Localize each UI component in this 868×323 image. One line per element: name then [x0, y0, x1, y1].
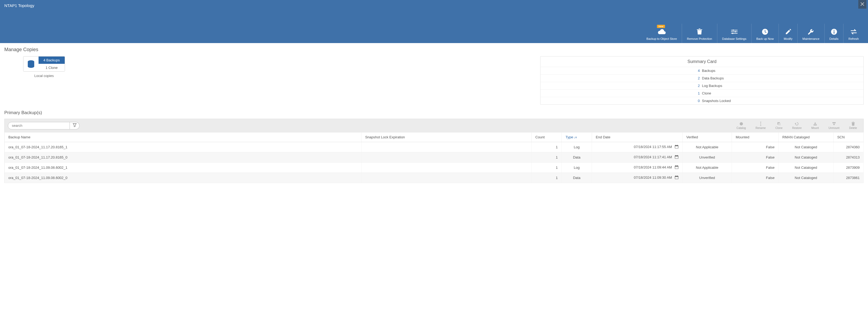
summary-count: 4 [540, 69, 702, 73]
cell-end: 07/18/2024 11:09:44 AM [592, 163, 682, 173]
table-row[interactable]: ora_01_07-18-2024_11.17.20.8165_11Log07/… [5, 142, 864, 152]
svg-rect-19 [676, 155, 676, 156]
action-label: Catalog [737, 127, 746, 130]
col-cataloged[interactable]: RMAN Cataloged [778, 133, 834, 142]
clone-pill[interactable]: 1 Clone [38, 64, 65, 71]
close-icon[interactable] [858, 0, 866, 9]
clone-button[interactable]: Clone [776, 122, 782, 130]
database-settings-button[interactable]: Database Settings [717, 24, 751, 43]
calendar-icon [675, 165, 679, 170]
summary-row[interactable]: 0Snapshots Locked [540, 97, 863, 104]
local-copies-block: 4 Backups 1 Clone Local copies [23, 56, 65, 78]
cell-type: Log [561, 142, 592, 152]
wrench-icon [808, 28, 814, 36]
pencil-icon [785, 28, 791, 36]
cell-scn: 2874313 [833, 152, 863, 163]
col-backup-name[interactable]: Backup Name [5, 133, 362, 142]
table-header-row: Backup Name Snapshot Lock Expiration Cou… [5, 133, 864, 142]
details-button[interactable]: Details [824, 24, 843, 43]
summary-label: Log Backups [702, 84, 863, 88]
cell-type: Data [561, 152, 592, 163]
filter-icon [73, 123, 76, 128]
remove-protection-button[interactable]: Remove Protection [682, 24, 717, 43]
col-verified[interactable]: Verified [682, 133, 732, 142]
summary-label: Snapshots Locked [702, 99, 863, 103]
svg-rect-26 [675, 176, 678, 177]
summary-row[interactable]: 4Backups [540, 67, 863, 75]
cell-snap [361, 142, 531, 152]
table-row[interactable]: ora_01_07-18-2024_11.09.08.6002_01Data07… [5, 173, 864, 183]
database-icon [24, 57, 38, 71]
restore-button[interactable]: Restore [792, 122, 802, 130]
toolbar-label: Back up Now [756, 37, 774, 40]
svg-rect-23 [676, 165, 676, 166]
summary-count: 2 [540, 76, 702, 80]
col-count[interactable]: Count [531, 133, 561, 142]
cell-verified: Not Applicable [682, 163, 732, 173]
rename-button[interactable]: Rename [755, 122, 766, 130]
summary-row[interactable]: 2Data Backups [540, 75, 863, 82]
search-input[interactable] [8, 122, 70, 130]
col-scn[interactable]: SCN [833, 133, 863, 142]
backup-to-object-store-button[interactable]: New Backup to Object Store [642, 24, 682, 43]
svg-point-6 [834, 30, 835, 31]
cloud-icon [657, 28, 666, 36]
local-copies-label: Local copies [34, 74, 54, 78]
toolbar-label: Remove Protection [687, 37, 712, 40]
cell-verified: Unverified [682, 173, 732, 183]
cell-type: Log [561, 163, 592, 173]
title-bar: NTAP1 Topology [0, 0, 868, 11]
svg-point-1 [735, 31, 736, 33]
svg-rect-24 [677, 165, 678, 166]
cell-count: 1 [531, 173, 561, 183]
copies-list: 4 Backups 1 Clone [38, 57, 65, 71]
col-type[interactable]: Type↓≡ [561, 133, 592, 142]
col-snapshot-lock[interactable]: Snapshot Lock Expiration [361, 133, 531, 142]
top-toolbar: New Backup to Object Store Remove Protec… [0, 11, 868, 43]
new-badge: New [657, 25, 665, 28]
svg-rect-27 [676, 176, 676, 176]
cell-end: 07/18/2024 11:17:55 AM [592, 142, 682, 152]
action-label: Mount [811, 127, 819, 130]
search-wrap [8, 122, 80, 130]
backups-pill[interactable]: 4 Backups [38, 57, 65, 64]
svg-rect-12 [832, 122, 836, 123]
cell-cataloged: Not Cataloged [778, 173, 834, 183]
calendar-icon [675, 155, 679, 159]
modify-button[interactable]: Modify [778, 24, 797, 43]
cell-mounted: False [732, 142, 778, 152]
unmount-button[interactable]: Unmount [829, 122, 840, 130]
local-copies-card[interactable]: 4 Backups 1 Clone [23, 56, 65, 72]
calendar-icon [675, 176, 679, 180]
calendar-icon [675, 145, 679, 149]
cell-count: 1 [531, 142, 561, 152]
table-row[interactable]: ora_01_07-18-2024_11.17.20.8165_01Data07… [5, 152, 864, 163]
svg-rect-18 [675, 155, 678, 156]
cell-name: ora_01_07-18-2024_11.17.20.8165_0 [5, 152, 362, 163]
delete-button[interactable]: Delete [849, 122, 857, 130]
mount-button[interactable]: Mount [811, 122, 819, 130]
table-row[interactable]: ora_01_07-18-2024_11.09.08.6002_11Log07/… [5, 163, 864, 173]
summary-row[interactable]: 2Log Backups [540, 82, 863, 89]
cell-scn: 2874360 [833, 142, 863, 152]
filter-button[interactable] [70, 122, 80, 130]
cell-name: ora_01_07-18-2024_11.17.20.8165_1 [5, 142, 362, 152]
cell-end: 07/18/2024 11:09:30 AM [592, 173, 682, 183]
cell-count: 1 [531, 152, 561, 163]
cell-verified: Not Applicable [682, 142, 732, 152]
toolbar-label: Details [830, 37, 839, 40]
row-actions: Catalog Rename Clone Restore Mount Unmou… [737, 122, 860, 130]
col-end-date[interactable]: End Date [592, 133, 682, 142]
summary-row[interactable]: 1Clone [540, 89, 863, 97]
cell-count: 1 [531, 163, 561, 173]
summary-label: Data Backups [702, 76, 863, 80]
col-mounted[interactable]: Mounted [732, 133, 778, 142]
cell-end: 07/18/2024 11:17:41 AM [592, 152, 682, 163]
refresh-button[interactable]: Refresh [843, 24, 864, 43]
cell-mounted: False [732, 173, 778, 183]
maintenance-button[interactable]: Maintenance [797, 24, 824, 43]
summary-count: 1 [540, 91, 702, 95]
catalog-button[interactable]: Catalog [737, 122, 746, 130]
action-label: Delete [849, 127, 857, 130]
back-up-now-button[interactable]: Back up Now [751, 24, 779, 43]
